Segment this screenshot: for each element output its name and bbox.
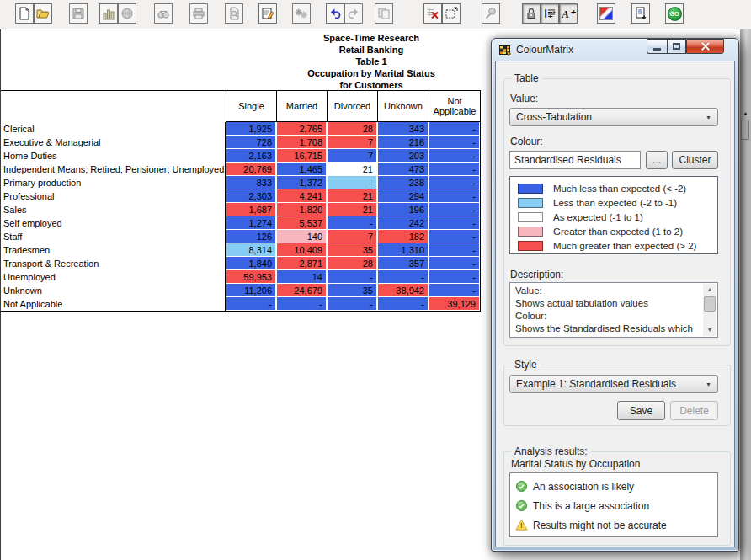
table-cell[interactable]: - <box>327 176 377 189</box>
table-cell[interactable]: 203 <box>377 149 429 163</box>
row-label[interactable]: Unknown <box>1 284 226 297</box>
table-cell[interactable]: - <box>429 203 480 216</box>
reshape-button[interactable] <box>442 3 461 24</box>
table-cell[interactable]: 2,871 <box>276 257 327 270</box>
table-cell[interactable]: 728 <box>226 136 276 149</box>
table-cell[interactable]: 1,465 <box>276 163 327 176</box>
font-grow-button[interactable]: A⁺ <box>559 3 578 24</box>
table-cell[interactable]: 140 <box>276 230 327 243</box>
table-cell[interactable]: 5,537 <box>276 216 327 230</box>
table-cell[interactable]: 343 <box>377 122 429 136</box>
table-cell[interactable]: - <box>429 149 480 163</box>
table-cell[interactable]: 1,840 <box>226 257 276 270</box>
close-button[interactable] <box>686 39 724 54</box>
table-cell[interactable]: 14 <box>276 270 327 284</box>
scrollbar-up-icon[interactable]: ▲ <box>740 110 751 117</box>
table-cell[interactable]: - <box>226 297 276 311</box>
table-cell[interactable]: 7 <box>327 149 377 163</box>
table-cell[interactable]: - <box>429 122 480 136</box>
row-label[interactable]: Primary production <box>1 176 226 189</box>
table-cell[interactable]: 126 <box>226 230 276 243</box>
new-file-button[interactable] <box>15 3 34 24</box>
edit-notes-button[interactable] <box>258 3 277 24</box>
table-cell[interactable]: 21 <box>327 189 377 203</box>
description-scrollbar[interactable]: ▲ ▼ <box>703 284 716 336</box>
table-cell[interactable]: 238 <box>377 176 429 189</box>
table-cell[interactable]: - <box>377 297 429 311</box>
table-cell[interactable]: 2,163 <box>226 149 276 163</box>
table-cell[interactable]: 242 <box>377 216 429 230</box>
table-cell[interactable]: - <box>429 284 480 297</box>
table-cell[interactable]: 196 <box>377 203 429 216</box>
value-combo[interactable]: Cross-Tabulation ▼ <box>509 108 718 126</box>
table-cell[interactable]: - <box>429 270 480 284</box>
table-cell[interactable]: 833 <box>226 176 276 189</box>
row-label[interactable]: Executive & Managerial <box>1 136 226 149</box>
row-label[interactable]: Staff <box>1 230 226 243</box>
table-cell[interactable]: 10,409 <box>276 243 327 257</box>
browse-button[interactable]: ... <box>646 151 668 169</box>
table-cell[interactable]: 7 <box>327 136 377 149</box>
table-cell[interactable]: 357 <box>377 257 429 270</box>
cluster-button[interactable]: Cluster <box>672 151 718 169</box>
row-label[interactable]: Clerical <box>1 122 226 136</box>
table-cell[interactable]: 294 <box>377 189 429 203</box>
table-cell[interactable]: 1,820 <box>276 203 327 216</box>
table-cell[interactable]: 1,274 <box>226 216 276 230</box>
table-cell[interactable]: 24,679 <box>276 284 327 297</box>
row-label[interactable]: Sales <box>1 203 226 216</box>
table-cell[interactable]: 16,715 <box>276 149 327 163</box>
table-cell[interactable]: 7 <box>327 230 377 243</box>
row-label[interactable]: Transport & Recreation <box>1 257 226 270</box>
scrollbar-up-icon[interactable]: ▲ <box>703 284 716 296</box>
scrollbar-thumb[interactable] <box>704 296 716 312</box>
table-cell[interactable]: - <box>276 297 327 311</box>
column-header[interactable]: Married <box>276 91 327 122</box>
maximize-button[interactable] <box>667 39 686 54</box>
row-label[interactable]: Unemployed <box>1 270 226 284</box>
column-header[interactable]: Single <box>226 91 276 122</box>
main-vertical-scrollbar[interactable]: ▲ <box>740 29 751 560</box>
colour-input[interactable]: Standardised Residuals <box>509 151 641 169</box>
table-cell[interactable]: - <box>429 230 480 243</box>
table-cell[interactable]: 182 <box>377 230 429 243</box>
column-header[interactable]: Divorced <box>327 91 377 122</box>
table-cell[interactable]: 4,241 <box>276 189 327 203</box>
open-file-button[interactable] <box>34 3 52 24</box>
table-cell[interactable]: 1,925 <box>226 122 276 136</box>
style-combo[interactable]: Example 1: Standardised Residuals ▼ <box>509 375 718 393</box>
scrollbar-thumb[interactable] <box>741 120 749 140</box>
bar-chart-button[interactable] <box>99 3 118 24</box>
table-cell[interactable]: 8,314 <box>226 243 276 257</box>
minimize-button[interactable] <box>647 39 667 54</box>
table-cell[interactable]: 28 <box>327 257 377 270</box>
scrollbar-down-icon[interactable]: ▼ <box>703 324 716 336</box>
table-cell[interactable]: 21 <box>327 203 377 216</box>
table-cell[interactable]: 28 <box>327 122 377 136</box>
table-cell[interactable]: 1,687 <box>226 203 276 216</box>
undo-button[interactable] <box>326 3 344 24</box>
table-cell[interactable]: - <box>429 176 480 189</box>
table-cell[interactable]: - <box>429 257 480 270</box>
add-document-button[interactable] <box>631 3 650 24</box>
row-label[interactable]: Home Duties <box>1 149 226 163</box>
row-label[interactable]: Self employed <box>1 216 226 230</box>
lock-button[interactable] <box>522 3 541 24</box>
table-cell[interactable]: - <box>429 136 480 149</box>
save-button[interactable]: Save <box>617 401 665 420</box>
table-cell[interactable]: 59,953 <box>226 270 276 284</box>
table-cell[interactable]: 2,303 <box>226 189 276 203</box>
column-header[interactable]: Not Applicable <box>429 91 480 122</box>
table-cell[interactable]: - <box>377 270 429 284</box>
table-cell[interactable]: 35 <box>327 243 377 257</box>
table-cell[interactable]: - <box>327 270 377 284</box>
go-button[interactable]: GO <box>665 3 684 24</box>
table-cell[interactable]: 21 <box>327 163 377 176</box>
row-label[interactable]: Professional <box>1 189 226 203</box>
table-cell[interactable]: 1,372 <box>276 176 327 189</box>
table-cell[interactable]: 11,206 <box>226 284 276 297</box>
format-lines-button[interactable] <box>541 3 559 24</box>
table-cell[interactable]: 1,310 <box>377 243 429 257</box>
column-header[interactable]: Unknown <box>377 91 429 122</box>
table-cell[interactable]: - <box>429 163 480 176</box>
